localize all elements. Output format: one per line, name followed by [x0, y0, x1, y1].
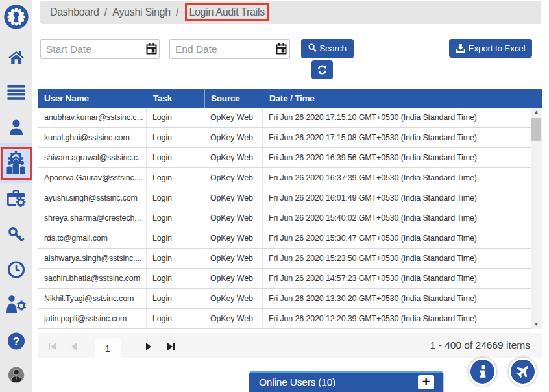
svg-text:?: ?	[13, 336, 19, 348]
